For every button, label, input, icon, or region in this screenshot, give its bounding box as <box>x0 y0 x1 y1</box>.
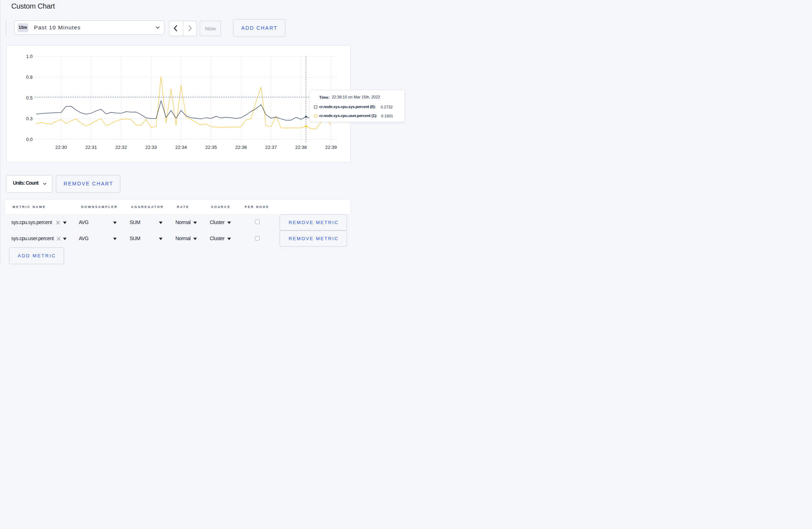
svg-text:0.8: 0.8 <box>26 74 33 80</box>
svg-text:22:34: 22:34 <box>175 145 187 150</box>
svg-text:22:37: 22:37 <box>265 145 277 150</box>
svg-text:0.0: 0.0 <box>26 137 33 142</box>
svg-text:0.5: 0.5 <box>26 95 33 101</box>
svg-text:22:39: 22:39 <box>325 145 337 150</box>
svg-text:22:33: 22:33 <box>145 145 157 150</box>
svg-text:0.3: 0.3 <box>26 116 33 121</box>
svg-text:1.0: 1.0 <box>26 54 33 59</box>
svg-text:22:31: 22:31 <box>85 145 97 150</box>
svg-text:22:38: 22:38 <box>295 145 307 150</box>
svg-text:22:30: 22:30 <box>55 145 67 150</box>
svg-text:22:36: 22:36 <box>235 145 247 150</box>
svg-text:22:32: 22:32 <box>115 145 127 150</box>
svg-text:22:35: 22:35 <box>205 145 217 150</box>
